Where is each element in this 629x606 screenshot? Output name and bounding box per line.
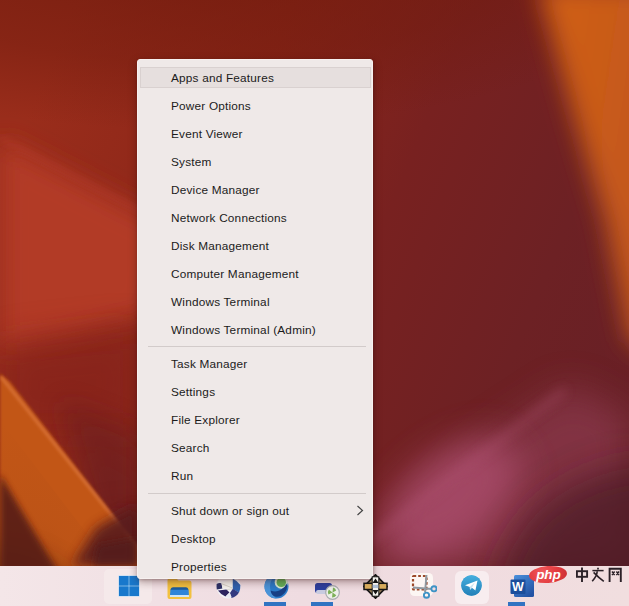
svg-text:W: W <box>512 580 524 594</box>
